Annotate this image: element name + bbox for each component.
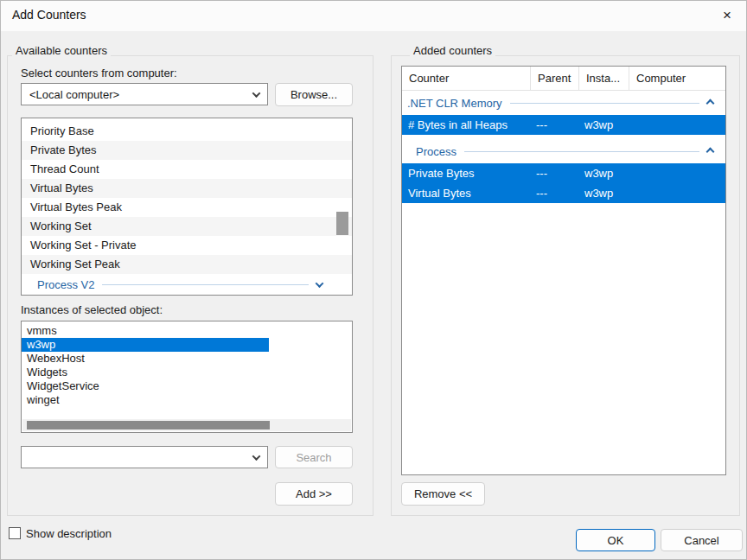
cell-counter: Private Bytes	[402, 163, 530, 183]
table-row[interactable]: Virtual Bytes --- w3wp	[402, 183, 725, 203]
search-button[interactable]: Search	[275, 446, 353, 468]
added-counters-table: Counter Parent Insta... Computer .NET CL…	[401, 66, 726, 475]
show-description-label: Show description	[26, 527, 112, 540]
counter-item[interactable]: Priority Base	[22, 122, 352, 141]
cell-counter: # Bytes in all Heaps	[402, 115, 530, 135]
counter-category-header[interactable]: Process V2	[22, 274, 322, 295]
cell-instance: w3wp	[578, 183, 629, 203]
add-button[interactable]: Add >>	[275, 482, 353, 506]
close-icon[interactable]: ×	[707, 0, 747, 30]
chevron-up-icon[interactable]	[706, 147, 715, 156]
cell-computer	[629, 115, 725, 135]
chevron-down-icon[interactable]	[316, 279, 324, 288]
cell-computer	[629, 163, 725, 183]
table-header-row: Counter Parent Insta... Computer	[402, 67, 725, 91]
title-bar: Add Counters ×	[0, 0, 747, 31]
counter-rows: Priority Base Private Bytes Thread Count…	[22, 118, 352, 274]
chevron-up-icon[interactable]	[706, 99, 715, 107]
counter-item[interactable]: Working Set - Private	[22, 236, 352, 255]
counter-item[interactable]: Virtual Bytes Peak	[22, 198, 352, 217]
computer-dropdown[interactable]: <Local computer>	[21, 83, 268, 105]
category-divider-line	[510, 103, 699, 104]
column-header-computer[interactable]: Computer	[629, 67, 725, 90]
counter-item[interactable]: Thread Count	[22, 160, 352, 179]
chevron-down-icon	[252, 452, 261, 461]
cell-parent: ---	[530, 163, 578, 183]
vertical-scrollbar-thumb[interactable]	[336, 212, 348, 235]
table-row[interactable]: # Bytes in all Heaps --- w3wp	[402, 115, 725, 135]
category-divider-line	[102, 284, 309, 285]
cell-parent: ---	[530, 115, 578, 135]
cell-instance: w3wp	[578, 115, 629, 135]
ok-button[interactable]: OK	[576, 529, 655, 551]
remove-button[interactable]: Remove <<	[401, 482, 485, 506]
instance-item[interactable]: winget	[22, 393, 352, 407]
instance-item[interactable]: WidgetService	[22, 379, 352, 393]
column-header-counter[interactable]: Counter	[402, 67, 530, 90]
cell-parent: ---	[530, 183, 578, 203]
instance-item[interactable]: Widgets	[22, 366, 352, 379]
counter-item[interactable]: Working Set	[22, 217, 352, 236]
counter-category-label: Process V2	[37, 278, 94, 291]
select-computer-label: Select counters from computer:	[21, 67, 177, 80]
added-counters-group-label: Added counters	[410, 44, 495, 58]
cell-instance: w3wp	[578, 163, 629, 183]
category-divider-line	[464, 151, 699, 152]
dialog-title: Add Counters	[12, 8, 86, 22]
available-counters-group-label: Available counters	[12, 44, 111, 58]
table-group-label: .NET CLR Memory	[407, 97, 502, 110]
show-description-checkbox[interactable]	[9, 527, 21, 539]
column-header-parent[interactable]: Parent	[530, 67, 578, 90]
column-header-instance[interactable]: Insta...	[578, 67, 629, 90]
table-row[interactable]: Private Bytes --- w3wp	[402, 163, 725, 183]
cell-computer	[629, 183, 725, 203]
search-input[interactable]	[21, 446, 268, 468]
table-group-header[interactable]: .NET CLR Memory	[402, 91, 725, 115]
counter-listbox: Priority Base Private Bytes Thread Count…	[21, 118, 353, 296]
instance-rows: vmms w3wp WebexHost Widgets WidgetServic…	[22, 321, 352, 407]
counter-item[interactable]: Virtual Bytes	[22, 179, 352, 198]
instance-item[interactable]: WebexHost	[22, 352, 352, 366]
instances-listbox: vmms w3wp WebexHost Widgets WidgetServic…	[21, 321, 353, 433]
instances-label: Instances of selected object:	[21, 303, 163, 316]
computer-dropdown-value: <Local computer>	[29, 88, 253, 101]
cell-counter: Virtual Bytes	[402, 183, 530, 203]
horizontal-scrollbar-track[interactable]	[22, 419, 351, 431]
browse-button[interactable]: Browse...	[275, 83, 353, 106]
table-group-header[interactable]: Process	[402, 139, 725, 163]
counter-item[interactable]: Private Bytes	[22, 141, 352, 160]
counter-item[interactable]: Working Set Peak	[22, 255, 352, 274]
cancel-button[interactable]: Cancel	[661, 529, 743, 551]
table-group-label: Process	[416, 145, 456, 158]
instance-item[interactable]: vmms	[22, 324, 352, 338]
chevron-down-icon	[252, 89, 261, 98]
horizontal-scrollbar-thumb[interactable]	[27, 421, 270, 430]
instance-item-selected[interactable]: w3wp	[22, 338, 269, 352]
